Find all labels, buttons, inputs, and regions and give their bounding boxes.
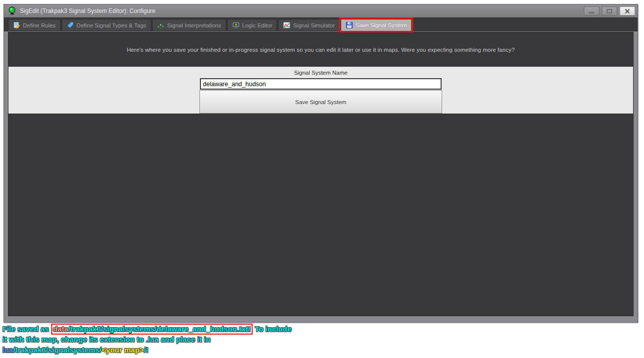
content-area: Here's where you save your finished or i… [8, 32, 634, 316]
console-text-path: /trakpak3/signalsystems/ [13, 346, 102, 354]
tab-signal-interpretations[interactable]: Signal Interpretations [152, 19, 226, 31]
close-button[interactable] [620, 6, 635, 15]
save-form-panel: Signal System Name Save Signal System [8, 67, 633, 114]
console-line-2: it with this map, change its extension t… [2, 334, 291, 345]
minimize-icon [589, 12, 594, 13]
window-title: SigEdit (Trakpak3 Signal System Editor):… [20, 7, 584, 14]
green-dots-graph-icon [157, 21, 165, 29]
console-text: it with this map, change its extension t… [2, 335, 210, 344]
console-text-path: /trakpak3/signalsystems/delaware_and_hud… [68, 325, 251, 333]
info-message: Here's where you save your finished or i… [8, 47, 633, 53]
console-text-lua: lua [2, 346, 13, 354]
console-text-data: data [53, 325, 69, 333]
console-line-3: lua/trakpak3/signalsystems/<your map>/! [2, 345, 291, 355]
maximize-icon [607, 9, 612, 13]
tab-define-signal-types-tags[interactable]: Define Signal Types & Tags [62, 19, 151, 31]
notepad-pencil-icon [13, 21, 20, 29]
minimize-button[interactable] [584, 6, 599, 15]
signal-system-name-input[interactable] [200, 78, 442, 90]
tab-label: Define Rules [23, 22, 56, 28]
tab-label: Signal Interpretations [167, 22, 221, 28]
tab-save-signal-system[interactable]: Save Signal System [341, 19, 412, 31]
green-signal-lamp-icon [7, 6, 16, 15]
tab-signal-simulator[interactable]: Signal Simulator [278, 19, 340, 31]
window-controls [584, 6, 635, 15]
content-frame: Here's where you save your finished or i… [4, 31, 638, 322]
console-text: File saved as [2, 325, 51, 333]
console-text: /! [144, 346, 148, 354]
console-line-1: File saved as data/trakpak3/signalsystem… [2, 324, 291, 334]
floppy-disk-icon [346, 21, 353, 29]
titlebar[interactable]: SigEdit (Trakpak3 Signal System Editor):… [4, 4, 638, 17]
console-text: To include [253, 325, 291, 333]
signal-system-name-label: Signal System Name [294, 70, 347, 76]
tag-icon [67, 21, 74, 29]
monitor-lightning-icon [232, 21, 240, 29]
tab-label: Save Signal System [356, 22, 407, 28]
tab-label: Signal Simulator [293, 22, 335, 28]
console-text-your-map: <your map> [101, 346, 144, 354]
chart-icon [283, 21, 290, 29]
tab-define-rules[interactable]: Define Rules [8, 19, 61, 31]
maximize-button[interactable] [602, 6, 617, 15]
tab-bar: Define Rules Define Signal Types & Tags [4, 17, 638, 31]
close-icon [625, 8, 630, 14]
save-signal-system-button[interactable]: Save Signal System [199, 90, 442, 114]
tab-label: Logic Editor [242, 22, 273, 28]
console-output: File saved as data/trakpak3/signalsystem… [2, 324, 291, 355]
tab-label: Define Signal Types & Tags [77, 22, 146, 28]
tab-logic-editor[interactable]: Logic Editor [227, 19, 277, 31]
file-path-annotation: data/trakpak3/signalsystems/delaware_and… [51, 324, 253, 335]
sigedit-window: SigEdit (Trakpak3 Signal System Editor):… [3, 4, 638, 323]
